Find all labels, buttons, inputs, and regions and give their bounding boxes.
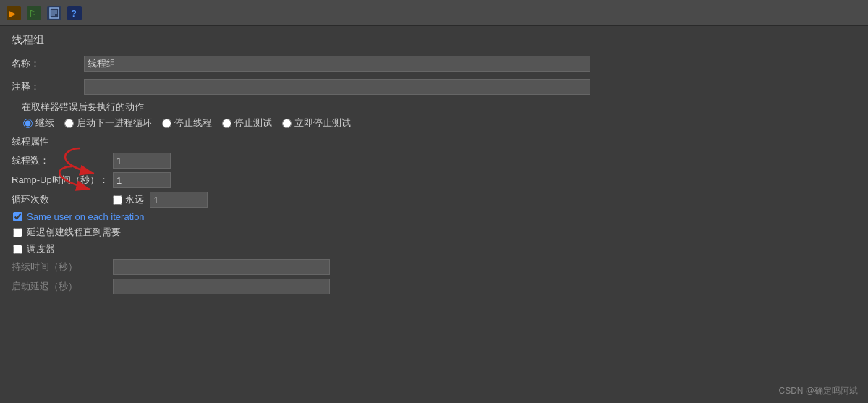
error-action-label: 在取样器错误后要执行的动作	[22, 101, 144, 112]
toolbar: ▶ ⚐ ?	[0, 0, 868, 26]
runner-icon[interactable]: ⚐	[26, 5, 42, 21]
delay-thread-label: 延迟创建线程直到需要	[27, 226, 121, 239]
radio-next-loop[interactable]: 启动下一进程循环	[64, 116, 152, 130]
comment-input[interactable]	[84, 79, 590, 95]
svg-text:⚐: ⚐	[29, 9, 37, 19]
scheduler-checkbox[interactable]	[13, 245, 22, 254]
svg-text:?: ?	[71, 8, 77, 19]
duration-label: 持续时间（秒）	[12, 260, 113, 273]
same-user-row: Same user on each iteration	[13, 211, 856, 222]
radio-continue-label: 继续	[35, 116, 54, 130]
radio-stop-now[interactable]: 立即停止测试	[282, 116, 351, 130]
document-icon[interactable]	[46, 5, 62, 21]
loop-count-input[interactable]	[150, 192, 208, 208]
scheduler-row: 调度器	[13, 242, 856, 255]
same-user-checkbox[interactable]	[13, 212, 22, 221]
rampup-row: Ramp-Up时间（秒）：	[12, 172, 856, 188]
rampup-input[interactable]	[113, 172, 171, 188]
name-label: 名称：	[12, 57, 84, 70]
thread-props-section-title: 线程属性	[12, 135, 856, 148]
radio-stop-test-label: 停止测试	[234, 116, 272, 130]
delay-thread-row: 延迟创建线程直到需要	[13, 226, 856, 239]
help-icon[interactable]: ?	[67, 5, 82, 21]
svg-text:▶: ▶	[9, 8, 16, 19]
rampup-label: Ramp-Up时间（秒）：	[12, 174, 113, 187]
thread-count-row: 线程数：	[12, 153, 856, 169]
loop-count-label: 循环次数	[12, 193, 113, 206]
main-content: 线程组 名称： 注释： 在取样器错误后要执行的动作 继续 启动下一进程循环 停止…	[0, 26, 868, 305]
radio-stop-thread[interactable]: 停止线程	[162, 116, 212, 130]
duration-input[interactable]	[113, 259, 330, 275]
thread-count-input[interactable]	[113, 153, 171, 169]
radio-continue[interactable]: 继续	[23, 116, 54, 130]
error-action-group: 继续 启动下一进程循环 停止线程 停止测试 立即停止测试	[23, 116, 856, 130]
same-user-label: Same user on each iteration	[27, 211, 145, 222]
radio-next-loop-label: 启动下一进程循环	[77, 116, 152, 130]
radio-stop-now-label: 立即停止测试	[294, 116, 351, 130]
run-icon[interactable]: ▶	[6, 5, 22, 21]
startup-delay-label: 启动延迟（秒）	[12, 280, 113, 293]
thread-count-label: 线程数：	[12, 154, 113, 167]
startup-delay-input[interactable]	[113, 279, 330, 294]
loop-forever-label: 永远	[125, 193, 144, 206]
loop-count-row: 循环次数 永远	[12, 192, 856, 208]
loop-forever-checkbox[interactable]	[113, 195, 122, 205]
comment-row: 注释：	[12, 77, 856, 96]
delay-thread-checkbox[interactable]	[13, 228, 22, 237]
duration-row: 持续时间（秒）	[12, 259, 856, 275]
startup-delay-row: 启动延迟（秒）	[12, 279, 856, 294]
page-title: 线程组	[12, 33, 856, 47]
name-row: 名称：	[12, 54, 856, 73]
watermark: CSDN @确定吗阿斌	[778, 385, 858, 397]
radio-stop-test[interactable]: 停止测试	[222, 116, 272, 130]
name-input[interactable]	[84, 56, 590, 72]
radio-stop-thread-label: 停止线程	[174, 116, 212, 130]
scheduler-label: 调度器	[27, 242, 55, 255]
comment-label: 注释：	[12, 80, 84, 93]
